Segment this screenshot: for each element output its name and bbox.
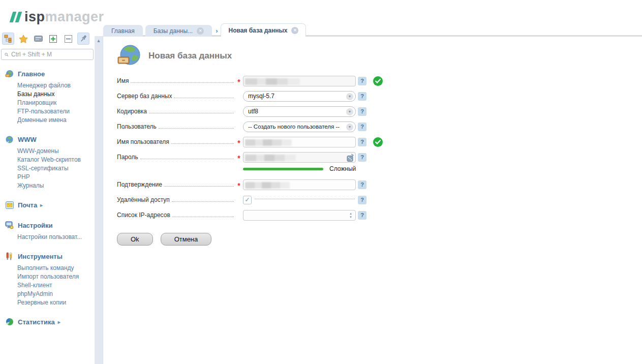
sidebar-item-domain-names[interactable]: Доменные имена	[0, 116, 95, 125]
help-button[interactable]: ?	[358, 77, 366, 85]
help-button[interactable]: ?	[358, 211, 366, 220]
plus-icon	[49, 35, 57, 43]
sidebar-item-backups[interactable]: Резервные копии	[0, 298, 95, 307]
nav-section-main: Главное Менеджер файлов Базы данных План…	[0, 68, 95, 125]
section-title: Статистика	[18, 318, 55, 326]
sidebar-item-logs[interactable]: Журналы	[0, 181, 95, 190]
redacted-value	[245, 182, 290, 189]
logo-slash-icon	[15, 12, 22, 22]
chevron-right-icon: ▸	[58, 319, 60, 325]
spinner-arrows[interactable]: ▲ ▼	[349, 212, 352, 219]
sidebar-item-www-domains[interactable]: WWW-домены	[0, 147, 95, 156]
help-button[interactable]: ?	[358, 123, 366, 131]
sidebar-section-statistics[interactable]: Статистика ▸	[0, 316, 95, 327]
dotted-leader	[131, 82, 234, 83]
required-spacer	[235, 126, 243, 128]
badge-button[interactable]	[32, 33, 44, 45]
sidebar-item-php[interactable]: PHP	[0, 173, 95, 181]
tab-home[interactable]: Главная	[103, 25, 143, 37]
sidebar-scrollbar[interactable]: ▲	[95, 36, 103, 364]
page-title: Новая база данных	[148, 51, 232, 61]
chevron-down-icon: ▼	[346, 93, 353, 100]
required-spacer	[235, 110, 243, 112]
settings-icon	[5, 221, 14, 230]
favorites-button[interactable]	[17, 33, 29, 45]
ok-button[interactable]: Ok	[117, 233, 153, 246]
sidebar-item-databases[interactable]: Базы данных	[0, 90, 95, 99]
dotted-leader	[171, 143, 234, 144]
form-row-name: Имя * ?	[117, 73, 402, 88]
pin-icon	[79, 35, 87, 43]
field-label: Пользователь	[117, 123, 157, 131]
sidebar-item-phpmyadmin[interactable]: phpMyAdmin	[0, 290, 95, 298]
help-button[interactable]: ?	[358, 196, 366, 204]
collapse-all-button[interactable]	[63, 33, 75, 45]
sidebar-search[interactable]	[1, 49, 94, 60]
sidebar-section-mail[interactable]: Почта ▸	[0, 199, 95, 210]
charset-select[interactable]: utf8 ▼	[243, 106, 356, 117]
tab-close-icon[interactable]: ✕	[197, 27, 204, 35]
help-button[interactable]: ?	[358, 180, 366, 189]
form-row-remote-access: Удалённый доступ ✓ ?	[117, 192, 402, 207]
sidebar-item-ftp-users[interactable]: FTP-пользователи	[0, 107, 95, 116]
search-input[interactable]	[11, 51, 90, 58]
help-button[interactable]: ?	[358, 153, 366, 162]
help-button[interactable]: ?	[358, 107, 366, 116]
form-row-db-server: Сервер баз данных mysql-5.7 ▼ ?	[117, 88, 402, 104]
user-select[interactable]: -- Создать нового пользователя -- ▼	[243, 122, 356, 132]
spinner-down-icon[interactable]: ▼	[349, 216, 352, 219]
select-value: -- Создать нового пользователя --	[248, 124, 340, 130]
field-label: Имя	[117, 77, 129, 85]
expand-all-button[interactable]	[47, 33, 59, 45]
tree-view-button[interactable]	[2, 33, 14, 45]
section-title: Инструменты	[18, 253, 63, 260]
tab-databases[interactable]: Базы данны... ✕	[145, 25, 212, 37]
db-server-select[interactable]: mysql-5.7 ▼	[243, 91, 356, 102]
generate-password-dice-icon[interactable]	[346, 154, 354, 163]
sidebar-item-import-user[interactable]: Импорт пользователя	[0, 272, 95, 281]
sidebar-item-ssl-certificates[interactable]: SSL-сертификаты	[0, 164, 95, 173]
sidebar-item-run-command[interactable]: Выполнить команду	[0, 264, 95, 272]
redacted-value	[245, 155, 296, 161]
tab-label: Базы данны...	[154, 27, 193, 35]
password-input[interactable]	[243, 152, 356, 163]
sidebar-item-file-manager[interactable]: Менеджер файлов	[0, 81, 95, 90]
username-input[interactable]	[243, 137, 356, 147]
sidebar-item-user-settings[interactable]: Настройки пользоват...	[0, 233, 95, 241]
tab-separator-arrow-icon: ›	[216, 27, 218, 35]
form-row-password: Пароль *	[117, 149, 402, 165]
form-row-charset: Кодировка utf8 ▼ ?	[117, 104, 402, 119]
sidebar-section-tools[interactable]: Инструменты	[0, 251, 95, 262]
spinner-up-icon[interactable]: ▲	[349, 212, 352, 216]
confirm-password-input[interactable]	[243, 179, 356, 190]
ip-list-input[interactable]: ▲ ▼	[243, 210, 356, 221]
nav-section-settings: Настройки Настройки пользоват...	[0, 220, 95, 241]
dotted-leader	[255, 199, 355, 199]
field-label: Пароль	[117, 154, 138, 161]
sidebar-section-main[interactable]: Главное	[0, 68, 95, 79]
stats-icon	[5, 318, 14, 326]
help-button[interactable]: ?	[358, 138, 366, 146]
sidebar-item-scheduler[interactable]: Планировщик	[0, 99, 95, 107]
tab-new-database[interactable]: Новая база данных ✕	[221, 23, 306, 37]
scroll-up-arrow-icon[interactable]: ▲	[95, 38, 103, 43]
pin-menu-button[interactable]	[77, 33, 89, 45]
new-database-form: Имя * ? Сервер баз данных mysql-5.7 ▼	[117, 73, 402, 246]
tab-close-icon[interactable]: ✕	[291, 27, 298, 34]
logo-text-light: manager	[45, 9, 104, 25]
sidebar-section-settings[interactable]: Настройки	[0, 220, 95, 231]
password-strength-bar	[243, 168, 323, 170]
sidebar-item-shell-client[interactable]: Shell-клиент	[0, 281, 95, 290]
name-input[interactable]	[243, 76, 356, 86]
cancel-button[interactable]: Отмена	[161, 233, 212, 246]
remote-access-checkbox[interactable]: ✓	[243, 196, 252, 204]
badge-icon	[34, 35, 43, 42]
content-panel: Новая база данных Имя * ? Сервер баз дан…	[104, 37, 642, 364]
dotted-leader	[159, 128, 234, 129]
star-icon	[19, 35, 28, 43]
help-button[interactable]: ?	[358, 92, 366, 101]
sidebar-section-www[interactable]: WWW	[0, 134, 95, 145]
dotted-leader	[149, 113, 234, 113]
sidebar-item-web-scripts[interactable]: Каталог Web-скриптов	[0, 156, 95, 164]
field-label: Сервер баз данных	[117, 93, 172, 100]
